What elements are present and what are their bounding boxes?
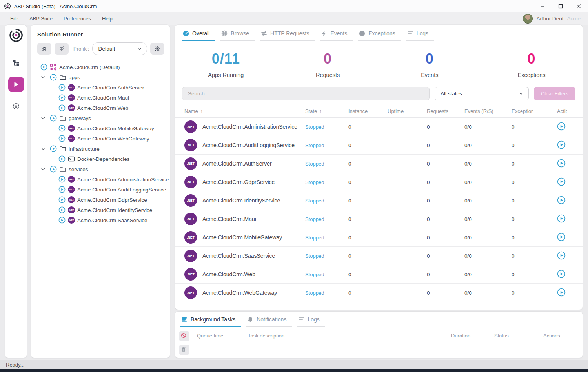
menu-item-preferences[interactable]: Preferences	[58, 14, 96, 23]
start-app-button[interactable]	[557, 122, 566, 131]
clear-tasks-button[interactable]	[179, 345, 189, 355]
column-header-uptime[interactable]: Uptime	[388, 108, 427, 114]
start-app-button[interactable]	[557, 214, 566, 223]
table-row-acme-cloudcrm-authserver[interactable]: .NETAcme.CloudCrm.AuthServerStopped000/0…	[175, 155, 583, 173]
tab-overall[interactable]: Overall	[182, 29, 215, 41]
maximize-button[interactable]	[552, 0, 570, 12]
tab-logs[interactable]: Logs	[406, 29, 434, 41]
tree-item-acme-cloudcrm-default[interactable]: Acme.CloudCrm (Default)	[31, 62, 168, 72]
table-row-acme-cloudcrm-webgateway[interactable]: .NETAcme.CloudCrm.WebGatewayStopped000/0…	[175, 284, 583, 302]
menu-bar: FileABP SuitePreferencesHelp Arthur Dent…	[0, 12, 588, 25]
table-row-acme-cloudcrm-administrationservice[interactable]: .NETAcme.CloudCrm.AdministrationServiceS…	[175, 118, 583, 136]
column-header-events-r-s[interactable]: Events (R/S)	[464, 108, 512, 114]
rail-button-solution-explorer[interactable]	[8, 55, 24, 70]
column-header-instance[interactable]: Instance	[348, 108, 388, 114]
title-bar: ABP Studio (Beta) - Acme.CloudCrm	[0, 0, 588, 12]
tab-exceptions[interactable]: Exceptions	[358, 29, 400, 41]
start-app-button[interactable]	[557, 140, 566, 149]
runner-settings-button[interactable]	[150, 43, 164, 55]
start-app-button[interactable]	[557, 177, 566, 186]
tree-item-acme-cloudcrm-saasservice[interactable]: .NETAcme.CloudCrm.SaasService	[31, 215, 168, 225]
column-header-state[interactable]: State↑	[305, 108, 348, 114]
state-badge: Stopped	[305, 161, 348, 167]
state-filter-select[interactable]: All states	[435, 87, 529, 100]
table-row-acme-cloudcrm-mobilegateway[interactable]: .NETAcme.CloudCrm.MobileGatewayStopped00…	[175, 228, 583, 247]
table-row-acme-cloudcrm-gdprservice[interactable]: .NETAcme.CloudCrm.GdprServiceStopped000/…	[175, 173, 583, 191]
tree-item-apps[interactable]: apps	[31, 72, 168, 82]
table-row-acme-cloudcrm-identityservice[interactable]: .NETAcme.CloudCrm.IdentityServiceStopped…	[175, 191, 583, 210]
bottom-tab-logs[interactable]: Logs	[297, 315, 325, 327]
cancel-all-tasks-button[interactable]	[179, 331, 189, 341]
start-app-button[interactable]	[557, 270, 566, 278]
table-row-acme-cloudcrm-web[interactable]: .NETAcme.CloudCrm.WebStopped000/00	[175, 265, 583, 284]
requests-cell: 0	[427, 179, 464, 185]
dotnet-icon: .NET	[184, 231, 197, 244]
tree-item-acme-cloudcrm-webgateway[interactable]: .NETAcme.CloudCrm.WebGateway	[31, 133, 168, 144]
tab-browse[interactable]: Browse	[220, 29, 255, 41]
tab-http-requests[interactable]: HTTP Requests	[260, 29, 315, 41]
tree-item-acme-cloudcrm-maui[interactable]: .NETAcme.CloudCrm.Maui	[31, 93, 168, 103]
tab-events[interactable]: Events	[320, 29, 353, 41]
bell-icon	[247, 316, 253, 323]
requests-cell: 0	[427, 124, 464, 130]
rail-button-kubernetes[interactable]	[8, 98, 24, 114]
menu-item-file[interactable]: File	[5, 14, 24, 23]
start-app-button[interactable]	[557, 251, 566, 260]
tree-item-acme-cloudcrm-identityservice[interactable]: .NETAcme.CloudCrm.IdentityService	[31, 205, 168, 215]
profile-select[interactable]: Default	[92, 42, 147, 55]
column-header-actions[interactable]: Actions	[545, 108, 583, 114]
stat-value: 0	[379, 51, 481, 67]
expand-all-button[interactable]	[55, 43, 69, 55]
menu-item-help[interactable]: Help	[97, 14, 118, 23]
app-name-cell: .NETAcme.CloudCrm.Maui	[184, 213, 305, 225]
start-app-button[interactable]	[557, 288, 566, 297]
tree-item-acme-cloudcrm-gdprservice[interactable]: .NETAcme.CloudCrm.GdprService	[31, 195, 168, 205]
search-input[interactable]	[182, 87, 430, 100]
clear-filters-button[interactable]: Clear Filters	[534, 87, 575, 100]
app-name: Acme.CloudCrm.Maui	[202, 216, 256, 222]
stat-label: Requests	[277, 72, 379, 78]
tree-item-acme-cloudcrm-administrationservice[interactable]: .NETAcme.CloudCrm.AdministrationService	[31, 174, 168, 184]
menu-item-abp-suite[interactable]: ABP Suite	[24, 14, 58, 23]
app-name: Acme.CloudCrm.IdentityService	[202, 197, 280, 204]
instance-cell: 0	[348, 235, 388, 241]
events-cell: 0/0	[464, 161, 512, 167]
rail-button-solution-runner[interactable]	[8, 77, 24, 92]
start-app-button[interactable]	[557, 233, 566, 241]
column-header-requests[interactable]: Requests	[427, 108, 464, 114]
start-app-button[interactable]	[557, 159, 566, 168]
column-header-exceptions[interactable]: Exceptions	[512, 108, 545, 114]
tree-item-docker-dependencies[interactable]: Docker-Dependencies	[31, 154, 168, 164]
bottom-tab-notifications[interactable]: Notifications	[246, 315, 292, 327]
dotnet-icon: .NET	[68, 104, 75, 111]
tree-item-acme-cloudcrm-web[interactable]: .NETAcme.CloudCrm.Web	[31, 103, 168, 113]
table-row-acme-cloudcrm-auditloggingservice[interactable]: .NETAcme.CloudCrm.AuditLoggingServiceSto…	[175, 136, 583, 155]
tree-item-infrastructure[interactable]: infrastructure	[31, 144, 168, 154]
tree-item-acme-cloudcrm-auditloggingservice[interactable]: .NETAcme.CloudCrm.AuditLoggingService	[31, 184, 168, 195]
bottom-tab-background-tasks[interactable]: Background Tasks	[180, 315, 241, 327]
dotnet-icon: .NET	[184, 286, 197, 299]
start-app-button[interactable]	[557, 196, 566, 204]
stat-value: 0/11	[175, 51, 277, 67]
tree-item-gateways[interactable]: gateways	[31, 113, 168, 123]
dotnet-icon: .NET	[68, 125, 75, 132]
table-row-acme-cloudcrm-maui[interactable]: .NETAcme.CloudCrm.MauiStopped000/00	[175, 210, 583, 228]
table-row-acme-cloudcrm-saasservice[interactable]: .NETAcme.CloudCrm.SaasServiceStopped000/…	[175, 247, 583, 265]
chevron-down-icon	[40, 115, 46, 121]
app-name-cell: .NETAcme.CloudCrm.SaasService	[184, 250, 305, 262]
minimize-button[interactable]	[533, 0, 552, 12]
chevron-down-icon	[519, 91, 524, 96]
user-box[interactable]: Arthur Dent Acme	[523, 14, 584, 24]
tree-item-acme-cloudcrm-mobilegateway[interactable]: .NETAcme.CloudCrm.MobileGateway	[31, 123, 168, 133]
instance-cell: 0	[348, 216, 388, 222]
exceptions-cell: 0	[512, 272, 545, 277]
collapse-all-button[interactable]	[37, 43, 51, 55]
ban-icon	[181, 333, 188, 340]
tree-item-acme-cloudcrm-authserver[interactable]: .NETAcme.CloudCrm.AuthServer	[31, 82, 168, 93]
dotnet-icon: .NET	[184, 176, 197, 188]
tree-item-services[interactable]: services	[31, 164, 168, 174]
close-button[interactable]	[570, 0, 588, 12]
column-header-name[interactable]: Name↑	[184, 108, 305, 114]
events-cell: 0/0	[464, 142, 512, 148]
instance-cell: 0	[348, 272, 388, 277]
